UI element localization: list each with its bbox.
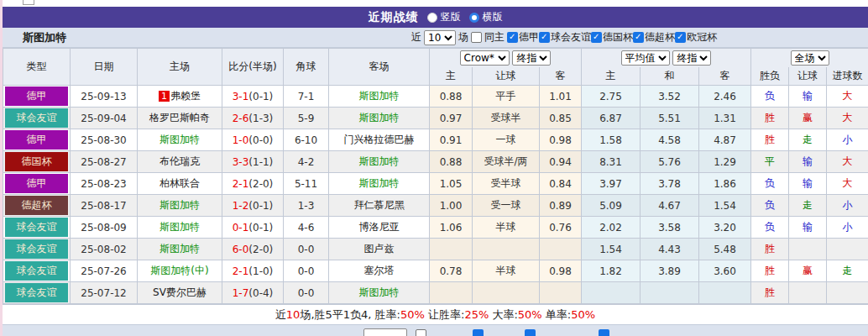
league-type-cell: 球会友谊	[3, 260, 71, 282]
handicap-result-cell: 输	[789, 151, 827, 173]
corner-cell: 5-11	[284, 173, 329, 195]
handicap-result-cell: 走	[789, 129, 827, 151]
league-checkbox[interactable]	[633, 32, 644, 43]
selector-header-row: 类型 日期 主场 比分(半场) 角球 客场 Crow* 终指 平均值 终指 全场	[3, 49, 868, 67]
fullmatch-selector-group: 全场	[751, 49, 868, 67]
col-header-handicap-result: 让球	[789, 67, 827, 86]
recent-results-panel: 近期战绩 竖版 横版 斯图加特 近 10 场 同主 德甲球会友谊德国杯德超杯欧冠…	[0, 0, 868, 336]
avg-home-odds-cell: 6.87	[582, 108, 641, 129]
date-cell: 25-08-27	[71, 151, 138, 173]
ah-home-odds-cell	[430, 282, 473, 304]
avg-away-odds-cell: 1.86	[699, 173, 751, 195]
cutoff-checkbox-fragment[interactable]	[416, 329, 426, 336]
ah-home-odds-cell: 1.06	[430, 217, 473, 239]
date-cell: 25-08-02	[71, 239, 138, 260]
average-select[interactable]: 平均值	[621, 50, 670, 66]
goals-result-cell: 大	[827, 86, 868, 108]
avg-draw-odds-cell: 4.67	[641, 195, 699, 217]
league-type-cell: 球会友谊	[3, 217, 71, 239]
radio-label: 横版	[483, 10, 503, 24]
league-type-cell: 球会友谊	[3, 108, 71, 129]
home-team-cell: 格罗巴斯帕奇	[138, 108, 222, 129]
radio-vertical-layout[interactable]: 竖版	[427, 10, 461, 24]
table-row: 德甲25-08-30斯图加特1-0(0-0)6-10门兴格拉德巴赫0.91一球0…	[3, 129, 868, 151]
near-label: 近	[411, 30, 421, 45]
corner-cell: 0-0	[284, 282, 329, 304]
col-header-away: 客场	[329, 49, 430, 86]
wdl-result-cell: 胜	[751, 260, 789, 282]
home-team-cell: 斯图加特	[138, 239, 222, 260]
date-cell: 25-08-09	[71, 217, 138, 239]
goals-result-cell: 小	[827, 217, 868, 239]
radio-label: 竖版	[441, 10, 461, 24]
samehost-checkbox[interactable]	[471, 32, 482, 43]
league-filter-item: 德甲	[507, 30, 539, 45]
ah-away-odds-cell: 0.84	[540, 173, 582, 195]
panel-title: 近期战绩	[369, 10, 419, 25]
avg-draw-odds-cell: 3.78	[641, 173, 699, 195]
bookmaker-select[interactable]: Crow*	[460, 50, 510, 66]
league-checkbox[interactable]	[591, 32, 602, 43]
avg-home-odds-cell: 5.09	[582, 195, 641, 217]
ah-line-cell: 一球	[473, 129, 540, 151]
col-header-home: 主场	[138, 49, 222, 86]
home-team-cell: 柏林联合	[138, 173, 222, 195]
score-cell: 6-0(2-0)	[222, 239, 284, 260]
away-team-cell: 斯图加特	[329, 86, 430, 108]
avg-draw-odds-cell: 4.58	[641, 129, 699, 151]
avg-home-odds-cell	[582, 282, 641, 304]
cutoff-checkbox-fragment[interactable]	[599, 329, 609, 336]
away-team-cell: 斯图加特	[329, 108, 430, 129]
score-cell: 1-2(0-1)	[222, 195, 284, 217]
col-header-corner: 角球	[284, 49, 329, 86]
avg-home-odds-cell: 3.97	[582, 173, 641, 195]
home-team-cell: 斯图加特	[138, 217, 222, 239]
goals-result-cell: 大	[827, 151, 868, 173]
date-cell: 25-09-04	[71, 108, 138, 129]
avg-draw-odds-cell: 3.58	[641, 217, 699, 239]
ah-away-odds-cell: 0.85	[540, 108, 582, 129]
avg-draw-odds-cell	[641, 282, 699, 304]
cutoff-checkbox-fragment[interactable]	[525, 329, 536, 336]
league-label: 德甲	[519, 30, 539, 45]
home-team-cell: 斯图加特(中)	[138, 260, 222, 282]
col-header-odds-home: 主	[582, 67, 641, 86]
league-type-cell: 球会友谊	[3, 239, 71, 260]
radio-horizontal-layout[interactable]: 横版	[469, 10, 503, 24]
away-team-cell: 门兴格拉德巴赫	[329, 129, 430, 151]
cutoff-select-fragment[interactable]	[363, 328, 407, 336]
date-cell: 25-07-12	[71, 282, 138, 304]
radio-icon[interactable]	[469, 13, 479, 23]
ah-away-odds-cell: 0.98	[540, 129, 582, 151]
final-odds-select-2[interactable]: 终指	[672, 50, 711, 66]
league-filter-item: 球会友谊	[539, 30, 591, 45]
wdl-result-cell: 胜	[751, 282, 789, 304]
results-table: 类型 日期 主场 比分(半场) 角球 客场 Crow* 终指 平均值 终指 全场	[3, 48, 868, 304]
ah-line-cell	[473, 282, 540, 304]
wdl-result-cell: 负	[751, 173, 789, 195]
corner-cell: 1-3	[284, 195, 329, 217]
away-team-cell: 拜仁慕尼黑	[329, 195, 430, 217]
league-checkbox[interactable]	[539, 32, 550, 43]
league-checkbox[interactable]	[507, 32, 518, 43]
avg-draw-odds-cell: 5.76	[641, 151, 699, 173]
handicap-result-cell: 走	[789, 195, 827, 217]
score-cell: 1-7(0-4)	[222, 282, 284, 304]
league-filters: 德甲球会友谊德国杯德超杯欧冠杯	[507, 30, 717, 45]
filter-row: 斯图加特 近 10 场 同主 德甲球会友谊德国杯德超杯欧冠杯	[3, 28, 868, 48]
fullmatch-select[interactable]: 全场	[791, 50, 829, 66]
avg-draw-odds-cell: 3.89	[641, 260, 699, 282]
league-label: 球会友谊	[551, 30, 591, 45]
avg-draw-odds-cell: 3.52	[641, 86, 699, 108]
cutoff-checkbox-fragment[interactable]	[473, 329, 484, 336]
match-count-select[interactable]: 10	[424, 30, 456, 45]
results-body: 德甲25-09-131弗赖堡3-1(0-1)7-1斯图加特0.88平手1.012…	[3, 86, 868, 304]
handicap-result-cell: 输	[789, 217, 827, 239]
avg-home-odds-cell: 1.58	[582, 129, 641, 151]
radio-icon[interactable]	[427, 13, 437, 23]
league-checkbox[interactable]	[675, 32, 686, 43]
away-team-cell: 塞尔塔	[329, 260, 430, 282]
score-cell: 0-1(0-1)	[222, 217, 284, 239]
final-odds-select-1[interactable]: 终指	[512, 50, 551, 66]
col-header-score: 比分(半场)	[222, 49, 284, 86]
